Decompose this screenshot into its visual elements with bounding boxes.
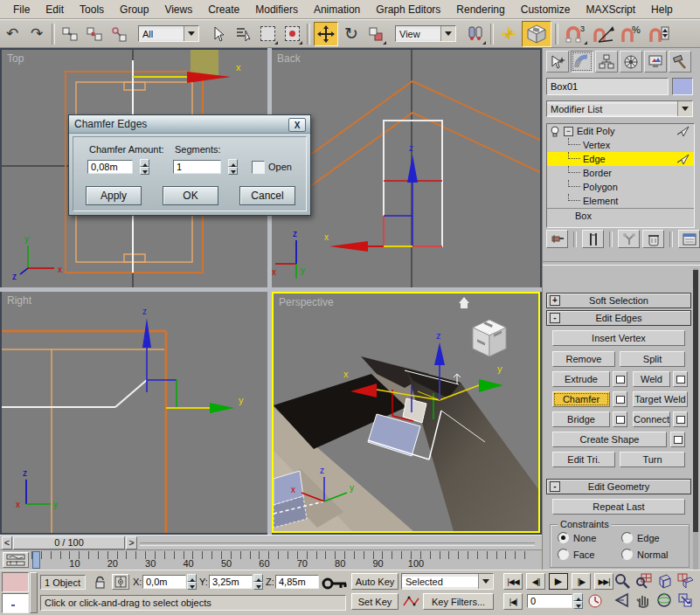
snaps-toggle-button[interactable]: 3: [562, 23, 588, 45]
pin-stack-button[interactable]: [546, 230, 568, 248]
menu-rendering[interactable]: Rendering: [448, 2, 512, 17]
menu-file[interactable]: File: [5, 2, 38, 17]
key-mode-toggle[interactable]: |◀|: [503, 593, 523, 610]
stack-row-base-object[interactable]: Box: [547, 208, 694, 223]
extrude-button[interactable]: Extrude: [552, 371, 610, 387]
stack-sub-level-polygon[interactable]: Polygon: [547, 180, 694, 194]
turn-button[interactable]: Turn: [620, 452, 685, 467]
apply-button[interactable]: Apply: [86, 186, 142, 205]
radio-icon[interactable]: [621, 549, 633, 560]
rollout-expand-icon[interactable]: +: [550, 295, 560, 306]
select-object-button[interactable]: [207, 23, 230, 45]
stack-row-edit-poly[interactable]: − Edit Poly: [547, 124, 694, 138]
segments-field[interactable]: [173, 160, 221, 174]
coord-x-field[interactable]: [142, 575, 186, 589]
zoom-button[interactable]: [613, 572, 634, 591]
dialog-title-bar[interactable]: Chamfer Edges X: [69, 115, 310, 134]
listener-splitter[interactable]: [30, 572, 38, 613]
rollout-edit-edges[interactable]: - Edit Edges: [546, 310, 691, 326]
stack-sub-level-element[interactable]: Element: [547, 194, 694, 208]
insert-vertex-button[interactable]: Insert Vertex: [552, 330, 685, 346]
absolute-offset-toggle[interactable]: [112, 574, 129, 590]
select-and-manipulate-button[interactable]: [497, 23, 520, 45]
menu-modifiers[interactable]: Modifiers: [247, 2, 306, 17]
cancel-button[interactable]: Cancel: [239, 186, 295, 205]
stack-sub-level-vertex[interactable]: Vertex: [547, 138, 694, 152]
bind-to-spacewarp-button[interactable]: [107, 23, 130, 45]
tab-create[interactable]: [546, 51, 569, 73]
extrude-settings-button[interactable]: [613, 371, 627, 387]
menu-tools[interactable]: Tools: [72, 2, 112, 17]
viewport-perspective[interactable]: Perspective: [272, 292, 540, 533]
set-keys-button[interactable]: [322, 572, 348, 595]
radio-icon[interactable]: [558, 549, 569, 560]
coord-z-field[interactable]: [275, 575, 319, 589]
menu-views[interactable]: Views: [156, 2, 200, 17]
menu-edit[interactable]: Edit: [38, 2, 72, 17]
arc-rotate-button[interactable]: [655, 591, 676, 611]
object-color-swatch[interactable]: [672, 78, 693, 95]
time-slider-groove[interactable]: [140, 542, 535, 546]
select-by-name-button[interactable]: [232, 23, 254, 45]
tab-modify[interactable]: [571, 51, 593, 73]
spinner-snap-button[interactable]: [646, 23, 672, 45]
time-slider-next-button[interactable]: >: [126, 536, 137, 549]
selection-lock-toggle[interactable]: [91, 574, 108, 590]
play-button[interactable]: ▶: [549, 573, 568, 590]
open-mini-curve-editor-button[interactable]: [3, 552, 29, 568]
track-bar-ruler[interactable]: [31, 551, 526, 559]
tab-utilities[interactable]: [669, 51, 691, 73]
go-to-end-button[interactable]: ▶▶|: [594, 573, 613, 590]
angle-snap-button[interactable]: [590, 23, 616, 45]
select-and-rotate-button[interactable]: ↻: [340, 23, 363, 45]
tab-hierarchy[interactable]: [595, 51, 618, 73]
viewport-right[interactable]: Right z y z x y: [2, 292, 267, 533]
stack-sub-level-edge[interactable]: Edge: [547, 152, 694, 166]
weld-button[interactable]: Weld: [633, 371, 670, 387]
panel-scrollbar-thumb[interactable]: [693, 270, 698, 532]
open-checkbox[interactable]: [252, 161, 265, 174]
collapse-box[interactable]: −: [564, 127, 573, 136]
weld-settings-button[interactable]: [673, 371, 688, 387]
time-slider-handle[interactable]: 0 / 100: [13, 536, 125, 549]
previous-frame-button[interactable]: ◀||: [526, 573, 545, 590]
select-and-scale-button[interactable]: [364, 23, 387, 45]
remove-button[interactable]: Remove: [552, 351, 615, 367]
min-max-toggle-button[interactable]: [676, 591, 697, 611]
create-shape-button[interactable]: Create Shape: [552, 432, 667, 447]
menu-graph-editors[interactable]: Graph Editors: [368, 2, 448, 17]
zoom-extents-button[interactable]: [655, 572, 676, 591]
selection-filter-dropdown[interactable]: All: [138, 25, 199, 42]
radio-icon[interactable]: [621, 532, 633, 543]
percent-snap-button[interactable]: %: [618, 23, 644, 45]
rollout-collapse-icon[interactable]: -: [550, 481, 560, 492]
go-to-start-button[interactable]: |◀◀: [503, 573, 523, 590]
tab-display[interactable]: [644, 51, 667, 73]
chamfer-button[interactable]: Chamfer: [552, 391, 610, 407]
segments-spinner[interactable]: [228, 159, 238, 175]
mini-listener-pane[interactable]: [2, 593, 29, 613]
frame-spinner[interactable]: [573, 593, 583, 609]
menu-group[interactable]: Group: [112, 2, 156, 17]
key-filters-button[interactable]: Key Filters...: [423, 593, 494, 610]
radio-icon[interactable]: [558, 532, 569, 543]
target-weld-button[interactable]: Target Weld: [633, 391, 688, 407]
set-key-button[interactable]: Set Key: [351, 593, 399, 610]
rollout-edit-geometry[interactable]: - Edit Geometry: [546, 479, 691, 494]
chamfer-amount-field[interactable]: [87, 160, 133, 174]
coord-y-spinner[interactable]: [253, 574, 263, 590]
key-tangents-button[interactable]: [402, 594, 419, 610]
select-and-move-button[interactable]: [314, 22, 338, 46]
coord-x-spinner[interactable]: [187, 574, 197, 590]
selection-set-dropdown[interactable]: Selected: [401, 573, 494, 590]
zoom-all-button[interactable]: [634, 572, 655, 591]
repeat-last-button[interactable]: Repeat Last: [552, 499, 685, 515]
unlink-button[interactable]: [83, 23, 106, 45]
chamfer-amount-spinner[interactable]: [140, 159, 149, 175]
constraint-option-face[interactable]: Face: [558, 549, 621, 560]
menu-create[interactable]: Create: [200, 2, 247, 17]
ok-button[interactable]: OK: [163, 186, 218, 205]
configure-modifier-sets-button[interactable]: [678, 230, 700, 248]
bridge-button[interactable]: Bridge: [552, 411, 610, 427]
next-frame-button[interactable]: ||▶: [572, 573, 591, 590]
